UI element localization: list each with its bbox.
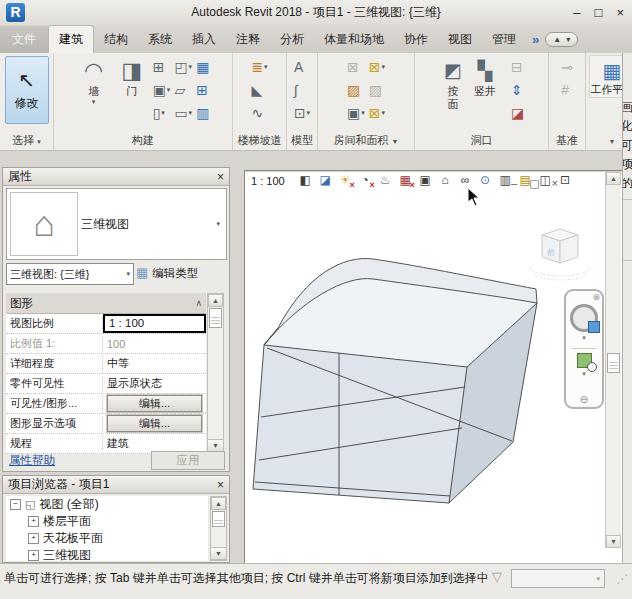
expand-node-icon[interactable]: + bbox=[28, 533, 39, 544]
window-button[interactable]: ⊞ bbox=[152, 56, 172, 77]
detail-level-control[interactable]: ◧ bbox=[298, 173, 313, 188]
wheel-dropdown-icon[interactable]: ▾ bbox=[582, 334, 586, 342]
ceiling-button[interactable]: ▱ bbox=[173, 79, 193, 100]
tab-collaborate[interactable]: 协作 bbox=[394, 26, 438, 53]
tree-item-floor-plans[interactable]: + 楼层平面 bbox=[6, 513, 208, 530]
tag-room-button[interactable]: ▣▾ bbox=[346, 102, 366, 123]
tab-analyze[interactable]: 分析 bbox=[270, 26, 314, 53]
revit-logo-icon[interactable]: R bbox=[6, 3, 25, 22]
wall-opening-button[interactable]: ⊟ bbox=[510, 56, 525, 77]
browser-scrollbar-thumb[interactable] bbox=[212, 511, 225, 527]
visual-style-control[interactable]: ◪ bbox=[318, 173, 333, 188]
view-scale-control[interactable]: 1 : 100 bbox=[251, 175, 285, 187]
floor-button[interactable]: ▭▾ bbox=[173, 102, 193, 123]
tree-item-ceiling-plans[interactable]: + 天花板平面 bbox=[6, 530, 208, 547]
roof-button[interactable]: ◰▾ bbox=[173, 56, 193, 77]
level-button[interactable]: ⊸ bbox=[560, 56, 574, 77]
tab-insert[interactable]: 插入 bbox=[182, 26, 226, 53]
wall-button[interactable]: ◠ 墙 ▾ bbox=[76, 56, 112, 106]
ribbon-state-toggle[interactable]: ▲ ▾ bbox=[545, 32, 578, 47]
unlocked-3d-view-control[interactable]: ⌂ bbox=[438, 173, 453, 188]
rendering-dialog-control[interactable]: ♨ bbox=[378, 173, 393, 188]
tree-item-3d-views[interactable]: + 三维视图 bbox=[6, 547, 208, 561]
collapse-node-icon[interactable]: − bbox=[10, 499, 21, 510]
reveal-hidden-elements-control[interactable]: ⊙ bbox=[478, 173, 493, 188]
properties-help-link[interactable]: 属性帮助 bbox=[9, 453, 55, 468]
analytical-model-control[interactable]: ◫ bbox=[538, 173, 553, 188]
tab-annotate[interactable]: 注释 bbox=[226, 26, 270, 53]
curtain-system-button[interactable]: ▦ bbox=[195, 56, 210, 77]
tab-architecture[interactable]: 建筑 bbox=[48, 25, 94, 53]
expand-node-icon[interactable]: + bbox=[28, 550, 39, 561]
navbar-close-icon[interactable]: ⊗ bbox=[592, 292, 600, 302]
room-button[interactable]: ⊠ bbox=[346, 56, 366, 77]
viewcube[interactable]: 前 bbox=[528, 221, 592, 289]
model-group-button[interactable]: ⊡▾ bbox=[293, 102, 311, 123]
browser-close-icon[interactable]: × bbox=[217, 478, 224, 492]
massing-model[interactable] bbox=[251, 255, 551, 515]
stair-button[interactable]: ≣▾ bbox=[250, 56, 268, 77]
dormer-opening-button[interactable]: ◪ bbox=[510, 102, 525, 123]
scroll-down-icon[interactable]: ▼ bbox=[606, 535, 621, 548]
column-button[interactable]: ▯▾ bbox=[152, 102, 172, 123]
drawing-area[interactable]: – ▢ × 前 ⊗ ▾ ▾ ⊖ ▲ ▼ 1 : 100 ◧ ◪ ☀× bbox=[244, 170, 623, 565]
model-text-button[interactable]: A bbox=[293, 56, 311, 77]
visibility-graphics-edit-button[interactable]: 编辑... bbox=[107, 395, 202, 412]
model-line-button[interactable]: ∫ bbox=[293, 79, 311, 100]
temporary-hide-isolate-control[interactable]: ∞ bbox=[458, 173, 473, 188]
apply-button[interactable]: 应用 bbox=[151, 451, 225, 470]
worksharing-display-control[interactable]: ▥ bbox=[498, 173, 513, 188]
tab-systems[interactable]: 系统 bbox=[138, 26, 182, 53]
curtain-grid-button[interactable]: ⊞ bbox=[195, 79, 210, 100]
panel-room-area-label[interactable]: 房间和面积 ▼ bbox=[318, 133, 414, 150]
shaft-button[interactable]: ▚ 竖井 bbox=[470, 56, 500, 97]
steering-wheel-icon[interactable] bbox=[570, 304, 598, 332]
tree-item-views[interactable]: − ◱ 视图 (全部) bbox=[6, 496, 208, 513]
detail-level-field[interactable]: 中等 bbox=[103, 356, 206, 371]
scroll-up-icon[interactable]: ▲ bbox=[208, 294, 223, 307]
navigation-bar[interactable]: ⊗ ▾ ▾ ⊖ bbox=[564, 289, 604, 409]
show-constraints-control[interactable]: ⊡ bbox=[558, 173, 573, 188]
maximize-button[interactable]: □ bbox=[595, 5, 603, 20]
scroll-up-icon[interactable]: ▲ bbox=[606, 172, 621, 185]
close-button[interactable]: × bbox=[616, 5, 624, 20]
zoom-dropdown-icon[interactable]: ▾ bbox=[582, 370, 586, 378]
opening-by-face-button[interactable]: ◩ 按 面 bbox=[438, 56, 468, 110]
resize-grip-icon[interactable]: ⋰ bbox=[616, 572, 628, 586]
component-button[interactable]: ▣▾ bbox=[152, 79, 172, 100]
expand-node-icon[interactable]: + bbox=[28, 516, 39, 527]
grid-button[interactable]: # bbox=[560, 79, 574, 100]
scroll-up-icon[interactable]: ▲ bbox=[211, 497, 226, 510]
properties-scrollbar[interactable]: ▲ ▼ bbox=[207, 293, 224, 453]
door-button[interactable]: ◨ 门 bbox=[114, 56, 150, 97]
status-combobox[interactable]: ▾ bbox=[511, 569, 605, 588]
room-separator-button[interactable]: ▨ bbox=[346, 79, 366, 100]
panel-select-label[interactable]: 选择 ▾ bbox=[0, 133, 53, 150]
area-button[interactable]: ⊠▾ bbox=[368, 56, 386, 77]
mullion-button[interactable]: ▥ bbox=[195, 102, 210, 123]
minimize-button[interactable]: – bbox=[573, 5, 580, 20]
browser-scrollbar[interactable]: ▲ ▼ bbox=[210, 496, 227, 561]
vertical-opening-button[interactable]: ⇕ bbox=[510, 79, 525, 100]
tab-structure[interactable]: 结构 bbox=[94, 26, 138, 53]
parts-visibility-field[interactable]: 显示原状态 bbox=[103, 376, 206, 391]
tab-view[interactable]: 视图 bbox=[438, 26, 482, 53]
navbar-minimize-icon[interactable]: ⊖ bbox=[580, 394, 588, 405]
discipline-field[interactable]: 建筑 bbox=[103, 436, 206, 451]
sun-path-control[interactable]: ☀× bbox=[338, 173, 353, 188]
area-boundary-button[interactable]: ▨ bbox=[368, 79, 386, 100]
type-selector-dropdown-icon[interactable]: ▾ bbox=[216, 220, 220, 228]
railing-button[interactable]: ∿ bbox=[250, 102, 268, 123]
edit-type-button[interactable]: ▦ 编辑类型 bbox=[136, 265, 198, 281]
type-selector[interactable]: ⌂ 三维视图 ▾ bbox=[6, 188, 227, 260]
group-header-graphics[interactable]: 图形 ∧ bbox=[6, 293, 206, 314]
properties-close-icon[interactable]: × bbox=[217, 170, 224, 184]
shadows-control[interactable]: ◔× bbox=[358, 173, 373, 188]
temporary-view-properties-control[interactable]: ▤ bbox=[518, 173, 533, 188]
ramp-button[interactable]: ◣ bbox=[250, 79, 268, 100]
show-crop-region-control[interactable]: ▣ bbox=[418, 173, 433, 188]
zoom-tool-icon[interactable] bbox=[577, 353, 592, 368]
filter-icon[interactable]: ▽ bbox=[492, 569, 502, 584]
tab-overflow-icon[interactable]: » bbox=[532, 32, 539, 47]
view-scale-field[interactable]: 1 : 100 bbox=[103, 314, 206, 333]
